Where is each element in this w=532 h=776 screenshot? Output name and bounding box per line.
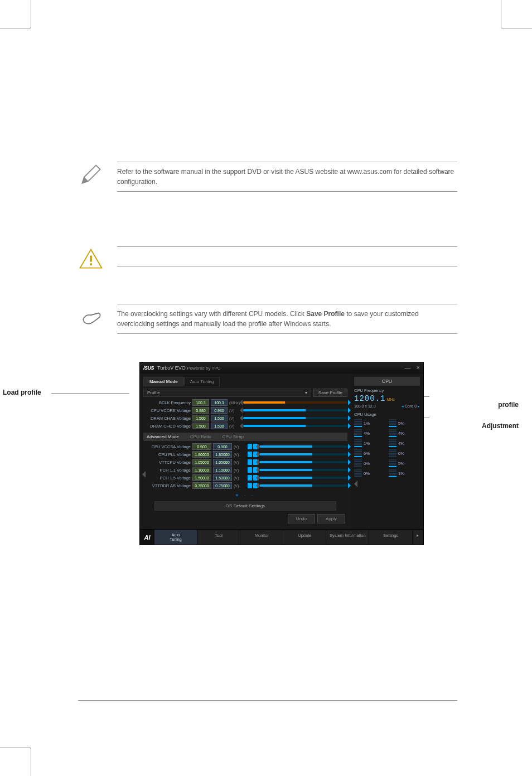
profile-dropdown[interactable]: Profile▾ [143, 389, 311, 397]
page-prev-arrow[interactable] [142, 471, 146, 478]
nav-settings[interactable]: Settings [369, 530, 412, 545]
voltage-target[interactable]: 100.3 [211, 399, 228, 406]
app-window: /SUS TurboV EVO Powered by TPU — × Manua… [139, 362, 424, 545]
svg-rect-0 [90, 256, 92, 262]
voltage-slider[interactable] [259, 445, 347, 448]
nav-monitor[interactable]: Monitor [240, 530, 283, 545]
voltage-target[interactable]: 1.500 [211, 423, 228, 429]
minimize-button[interactable]: — [405, 364, 411, 371]
svg-rect-1 [90, 263, 92, 265]
voltage-current: 1.10000 [192, 467, 211, 473]
core-prev[interactable]: ◂ [402, 404, 404, 408]
voltage-unit: (V) [234, 453, 246, 457]
voltage-slider[interactable] [259, 469, 347, 471]
cpu-multiplier: 100.0 x 12.0 [354, 404, 376, 409]
nav-system-info[interactable]: System Information [326, 530, 369, 545]
voltage-current: 0.900 [192, 443, 211, 450]
voltage-target[interactable]: 1.05000 [213, 459, 232, 465]
cpu-usage-pct: 1% [364, 441, 370, 446]
voltage-name: VTTCPU Voltage [143, 460, 191, 465]
note-hand-text: The overclocking settings vary with diff… [117, 304, 457, 334]
voltage-current: 1.05000 [192, 459, 211, 465]
cpu-usage-cell: 0% [354, 459, 385, 467]
voltage-target[interactable]: 0.75000 [213, 482, 232, 489]
voltage-target[interactable]: 1.500 [211, 415, 228, 421]
app-title-sub: Powered by TPU [187, 366, 220, 371]
cpu-usage-pct: 5% [398, 461, 404, 466]
voltage-row: CPU PLL Voltage1.800001.80000(V) [143, 451, 347, 458]
core-next[interactable]: ▸ [418, 404, 420, 408]
voltage-slider[interactable] [243, 417, 347, 419]
label-save-profile: profile [498, 401, 519, 409]
voltage-unit: (V) [234, 484, 246, 488]
cpu-usage-cell: 5% [389, 419, 420, 427]
cpu-usage-cell: 1% [389, 469, 420, 477]
pencil-icon [78, 162, 106, 190]
undo-button[interactable]: Undo [288, 514, 315, 523]
tab-auto-tuning[interactable]: Auto Tuning [184, 377, 220, 386]
label-load-profile: Load profile [3, 389, 41, 396]
apply-button[interactable]: Apply [317, 514, 345, 523]
voltage-slider[interactable] [259, 453, 347, 455]
voltage-current: 1.50000 [192, 474, 211, 481]
voltage-row: DRAM CHCD Voltage1.5001.500(V) [143, 423, 347, 429]
cpu-usage-pct: 0% [364, 471, 370, 476]
cpu-usage-pct: 5% [398, 421, 404, 426]
voltage-slider[interactable] [243, 401, 347, 404]
cpu-prev-arrow[interactable] [354, 481, 357, 487]
voltage-slider[interactable] [259, 477, 347, 479]
voltage-target[interactable]: 0.900 [213, 443, 232, 450]
voltage-current: 1.500 [192, 423, 209, 429]
cpu-usage-cell: 1% [354, 419, 385, 427]
voltage-target[interactable]: 1.10000 [213, 467, 232, 473]
cpu-usage-label: CPU Usage [354, 412, 420, 417]
voltage-slider[interactable] [243, 425, 347, 427]
voltage-row: VTTCPU Voltage1.050001.05000(V) [143, 459, 347, 465]
voltage-row: DRAM CHAB Voltage1.5001.500(V) [143, 415, 347, 421]
os-default-button[interactable]: OS Default Settings [154, 501, 336, 511]
voltage-name: CPU VCORE Voltage [143, 408, 191, 413]
voltage-name: VTTDDR AB Voltage [143, 483, 191, 488]
tab-manual-mode[interactable]: Manual Mode [143, 377, 184, 386]
app-titlebar: /SUS TurboV EVO Powered by TPU — × [140, 362, 423, 374]
voltage-slider[interactable] [243, 409, 347, 411]
voltage-name: PCH 1.1 Voltage [143, 468, 191, 473]
voltage-slider[interactable] [259, 484, 347, 487]
cpu-usage-pct: 0% [364, 461, 370, 466]
voltage-row: BCLK Frequency100.3100.3(MHz) [143, 399, 347, 406]
cpu-usage-cell: 0% [389, 449, 420, 457]
advanced-mode-header[interactable]: Advanced Mode CPU Ratio CPU Strap [143, 433, 347, 441]
core-label: Core 0 [405, 404, 417, 408]
pagination-dots[interactable]: ● · · [143, 492, 347, 498]
voltage-unit: (V) [234, 468, 246, 472]
close-button[interactable]: × [417, 364, 420, 371]
voltage-target[interactable]: 1.50000 [213, 474, 232, 481]
cpu-frequency-unit: MHz [387, 397, 395, 401]
nav-next-arrow[interactable]: ▸ [413, 530, 423, 545]
hand-icon [78, 304, 106, 332]
cpu-usage-cell: 5% [389, 459, 420, 467]
cpu-usage-cell: 4% [389, 439, 420, 447]
nav-update[interactable]: Update [283, 530, 326, 545]
save-profile-button[interactable]: Save Profile [313, 389, 347, 397]
voltage-target[interactable]: 1.80000 [213, 451, 232, 458]
cpu-usage-cell: 1% [354, 439, 385, 447]
cpu-usage-cell: 4% [354, 429, 385, 437]
voltage-row: PCH 1.1 Voltage1.100001.10000(V) [143, 467, 347, 473]
cpu-usage-pct: 0% [398, 451, 404, 456]
voltage-row: PCH 1.5 Voltage1.500001.50000(V) [143, 474, 347, 481]
voltage-unit: (V) [234, 445, 246, 449]
cpu-usage-cell: 4% [389, 429, 420, 437]
app-title-name: TurboV EVO [157, 365, 186, 371]
note-pencil-text: Refer to the software manual in the supp… [117, 162, 457, 192]
voltage-name: DRAM CHCD Voltage [143, 424, 191, 429]
nav-auto-tuning[interactable]: AutoTuning [154, 530, 197, 545]
nav-tool[interactable]: Tool [197, 530, 240, 545]
voltage-slider[interactable] [259, 461, 347, 463]
voltage-target[interactable]: 0.980 [211, 407, 228, 414]
voltage-current: 1.500 [192, 415, 209, 421]
voltage-current: 1.80000 [192, 451, 211, 458]
voltage-unit: (V) [234, 460, 246, 464]
cpu-usage-cell: 6% [354, 449, 385, 457]
voltage-current: 0.980 [192, 407, 209, 414]
